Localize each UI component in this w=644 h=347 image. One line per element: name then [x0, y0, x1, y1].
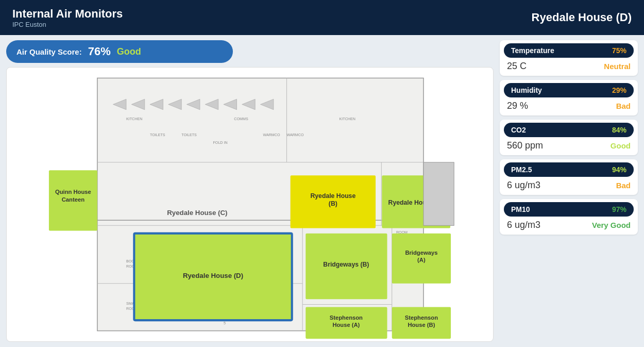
svg-text:TOILETS: TOILETS — [150, 133, 165, 137]
svg-text:House (B): House (B) — [408, 322, 435, 328]
svg-text:Bridgeways: Bridgeways — [405, 250, 437, 256]
svg-text:Stephenson: Stephenson — [330, 315, 363, 321]
left-panel: Air Quality Score: 76% Good — [6, 40, 494, 342]
svg-text:(A): (A) — [417, 257, 426, 263]
air-quality-status: Good — [117, 46, 141, 57]
metric-value-pm25: 6 ug/m3 — [507, 180, 540, 191]
metric-value-pm10: 6 ug/m3 — [507, 220, 540, 230]
metric-header-pm10: PM10 97% — [504, 202, 634, 217]
svg-text:KITCHEN: KITCHEN — [340, 117, 355, 121]
metric-pct-pm10: 97% — [612, 205, 626, 213]
metric-value-temperature: 25 C — [507, 61, 527, 72]
metric-status-humidity: Bad — [616, 102, 631, 110]
svg-text:Ryedale House (D): Ryedale House (D) — [183, 272, 243, 279]
svg-text:KITCHEN: KITCHEN — [126, 117, 142, 121]
svg-text:Canteen: Canteen — [62, 196, 84, 203]
metric-pct-temperature: 75% — [612, 46, 626, 55]
svg-text:WARMCO: WARMCO — [263, 133, 280, 137]
svg-text:WARMCO: WARMCO — [286, 133, 303, 137]
air-quality-label: Air Quality Score: — [16, 47, 82, 56]
metric-body-humidity: 29 % Bad — [500, 97, 638, 115]
metric-body-pm25: 6 ug/m3 Bad — [500, 177, 638, 195]
metric-value-humidity: 29 % — [507, 101, 528, 111]
metric-status-pm25: Bad — [616, 181, 631, 190]
svg-rect-59 — [423, 162, 454, 226]
floor-plan: KITCHEN TOILETS TOILETS FOLD IN COMMS WA… — [6, 67, 494, 342]
svg-text:5: 5 — [224, 321, 226, 325]
svg-text:Ryedale House: Ryedale House — [310, 192, 355, 200]
svg-text:Ryedale House (C): Ryedale House (C) — [167, 209, 227, 217]
header-right: Ryedale House (D) — [532, 11, 632, 24]
header: Internal Air Monitors IPC Euston Ryedale… — [0, 0, 644, 35]
metric-status-co2: Good — [611, 141, 631, 150]
metric-pct-pm25: 94% — [612, 166, 626, 174]
metric-body-pm10: 6 ug/m3 Very Good — [500, 217, 638, 235]
metric-card-pm10: PM10 97% 6 ug/m3 Very Good — [500, 199, 638, 235]
metric-value-co2: 560 ppm — [507, 140, 543, 151]
metric-body-temperature: 25 C Neutral — [500, 58, 638, 76]
metric-status-temperature: Neutral — [604, 62, 631, 71]
svg-text:Stephenson: Stephenson — [405, 315, 438, 321]
metric-card-humidity: Humidity 29% 29 % Bad — [500, 80, 638, 115]
svg-text:House (A): House (A) — [332, 322, 360, 328]
metric-name-humidity: Humidity — [511, 86, 542, 94]
metric-status-pm10: Very Good — [592, 221, 631, 229]
building-name: Ryedale House (D) — [532, 11, 632, 24]
metric-pct-humidity: 29% — [612, 86, 626, 94]
metric-pct-co2: 84% — [612, 126, 626, 134]
metric-card-co2: CO2 84% 560 ppm Good — [500, 120, 638, 155]
svg-text:TOILETS: TOILETS — [181, 133, 197, 137]
svg-text:COMMS: COMMS — [234, 117, 248, 121]
app-title: Internal Air Monitors — [12, 7, 123, 21]
metric-header-humidity: Humidity 29% — [504, 83, 634, 97]
metric-header-co2: CO2 84% — [504, 123, 634, 137]
main-content: Air Quality Score: 76% Good — [0, 35, 644, 347]
svg-text:(B): (B) — [329, 200, 337, 207]
metric-name-co2: CO2 — [511, 126, 526, 134]
metric-header-temperature: Temperature 75% — [504, 43, 634, 58]
air-quality-bar: Air Quality Score: 76% Good — [6, 40, 233, 63]
metric-name-pm10: PM10 — [511, 205, 530, 213]
metric-header-pm25: PM2.5 94% — [504, 162, 634, 177]
air-quality-score: 76% — [88, 45, 111, 58]
svg-text:FOLD IN: FOLD IN — [213, 141, 228, 145]
app-subtitle: IPC Euston — [12, 21, 123, 28]
svg-text:Quinn House: Quinn House — [55, 189, 91, 195]
svg-text:Bridgeways (B): Bridgeways (B) — [323, 261, 369, 268]
metric-body-co2: 560 ppm Good — [500, 137, 638, 155]
right-panel: Temperature 75% 25 C Neutral Humidity 29… — [500, 40, 638, 342]
metric-name-temperature: Temperature — [511, 46, 554, 55]
metric-card-pm25: PM2.5 94% 6 ug/m3 Bad — [500, 159, 638, 195]
metric-name-pm25: PM2.5 — [511, 166, 532, 174]
metric-card-temperature: Temperature 75% 25 C Neutral — [500, 40, 638, 76]
header-left: Internal Air Monitors IPC Euston — [12, 7, 123, 28]
